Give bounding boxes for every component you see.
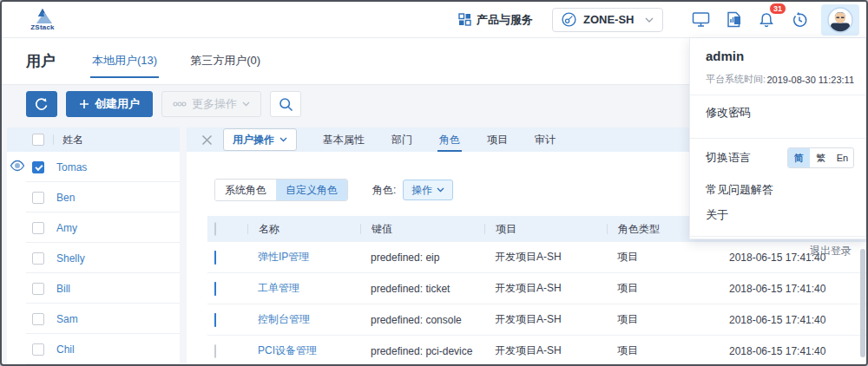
role-row[interactable]: PCI设备管理 predefined: pci-device 开发项目A-SH … xyxy=(207,336,866,364)
role-project: 开发项目A-SH xyxy=(484,343,607,358)
role-name-link[interactable]: 控制台管理 xyxy=(247,312,360,327)
chevron-down-icon xyxy=(645,17,654,23)
change-password-item[interactable]: 修改密码 xyxy=(690,95,865,129)
brand-text: ZStack xyxy=(30,24,54,31)
user-row[interactable]: Ben xyxy=(7,182,180,212)
faq-item[interactable]: 常见问题解答 xyxy=(690,177,865,202)
console-button[interactable] xyxy=(686,5,715,35)
logout-button[interactable]: 退出登录 xyxy=(690,237,865,265)
user-row[interactable]: Tomas xyxy=(7,152,180,182)
user-actions-dropdown[interactable]: 用户操作 xyxy=(223,128,297,151)
language-toggle: 简 繁 En xyxy=(787,147,854,168)
zstack-window: ZStack 产品与服务 xyxy=(0,0,868,366)
user-list-header: 姓名 xyxy=(7,127,180,152)
tab-local-users[interactable]: 本地用户(13) xyxy=(90,45,159,78)
search-button[interactable] xyxy=(270,91,301,117)
role-name-link[interactable]: 弹性IP管理 xyxy=(247,250,360,265)
row-divider xyxy=(26,363,180,364)
tab-third-party-users[interactable]: 第三方用户(0) xyxy=(188,45,262,78)
zone-icon xyxy=(562,12,576,27)
more-dots-icon xyxy=(173,101,187,107)
role-date: 2018-06-15 17:41:40 xyxy=(719,314,866,326)
user-name-link[interactable]: Chil xyxy=(56,343,75,356)
role-checkbox[interactable] xyxy=(214,313,216,327)
account-button[interactable] xyxy=(821,4,859,36)
more-actions-button[interactable]: 更多操作 xyxy=(161,91,261,117)
user-name-link[interactable]: Bill xyxy=(56,283,70,295)
role-kind-toggle: 系统角色 自定义角色 xyxy=(214,179,348,201)
user-name-link[interactable]: Tomas xyxy=(56,161,87,173)
products-services-menu[interactable]: 产品与服务 xyxy=(458,12,533,28)
user-checkbox[interactable] xyxy=(32,283,44,295)
role-key: predefined: eip xyxy=(360,252,484,264)
role-type: 项目 xyxy=(607,281,719,296)
user-row[interactable]: Bill xyxy=(7,273,180,304)
language-simplified[interactable]: 简 xyxy=(788,148,810,167)
close-icon[interactable] xyxy=(195,128,218,151)
history-clock-icon xyxy=(791,11,808,29)
create-user-button[interactable]: 创建用户 xyxy=(66,91,153,117)
switch-language-row: 切换语言 简 繁 En xyxy=(690,139,865,177)
role-project: 开发项目A-SH xyxy=(484,312,607,327)
col-header-name: 名称 xyxy=(247,224,360,234)
user-name-link[interactable]: Amy xyxy=(56,222,77,234)
about-item[interactable]: 关于 xyxy=(690,202,865,227)
operation-history-button[interactable] xyxy=(785,5,814,35)
notifications-button[interactable]: 31 xyxy=(752,5,781,35)
zone-selected-value: ZONE-SH xyxy=(583,13,638,26)
role-date: 2018-06-15 17:41:40 xyxy=(719,345,866,357)
role-name-link[interactable]: 工单管理 xyxy=(247,281,360,296)
monitor-icon xyxy=(692,11,710,28)
role-checkbox[interactable] xyxy=(214,251,216,265)
role-type: 项目 xyxy=(607,312,719,327)
user-checkbox[interactable] xyxy=(32,313,44,325)
tab-department[interactable]: 部门 xyxy=(390,127,414,152)
select-all-roles-checkbox[interactable] xyxy=(214,222,216,236)
chevron-down-icon xyxy=(279,137,287,142)
role-name-link[interactable]: PCI设备管理 xyxy=(247,343,360,358)
language-english[interactable]: En xyxy=(832,148,853,167)
col-header-project: 项目 xyxy=(484,224,607,234)
notification-badge: 31 xyxy=(769,3,786,15)
report-button[interactable] xyxy=(719,5,748,35)
user-checkbox[interactable] xyxy=(32,343,44,356)
role-key: predefined: ticket xyxy=(360,283,484,295)
user-row[interactable]: Shelly xyxy=(7,243,180,273)
role-operations-dropdown[interactable]: 操作 xyxy=(403,180,453,200)
role-row[interactable]: 控制台管理 predefined: console 开发项目A-SH 项目 20… xyxy=(207,304,866,336)
report-icon xyxy=(726,11,741,28)
language-traditional[interactable]: 繁 xyxy=(810,148,832,167)
system-time-label: 平台系统时间: xyxy=(706,73,766,86)
role-row[interactable]: 工单管理 predefined: ticket 开发项目A-SH 项目 2018… xyxy=(207,273,866,304)
user-checkbox[interactable] xyxy=(32,161,44,173)
system-roles-segment[interactable]: 系统角色 xyxy=(215,180,276,200)
role-checkbox[interactable] xyxy=(214,282,216,296)
user-row[interactable]: Chil xyxy=(7,334,180,364)
tab-project[interactable]: 项目 xyxy=(485,127,510,152)
user-name-link[interactable]: Ben xyxy=(56,192,75,204)
role-type: 项目 xyxy=(607,343,719,358)
tab-audit[interactable]: 审计 xyxy=(533,127,557,152)
user-name-link[interactable]: Sam xyxy=(56,313,78,325)
user-name-link[interactable]: Shelly xyxy=(56,252,85,265)
detail-tabs: 基本属性 部门 角色 项目 审计 xyxy=(321,127,581,152)
select-all-users-checkbox[interactable] xyxy=(32,134,44,146)
user-checkbox[interactable] xyxy=(32,252,44,265)
custom-roles-segment[interactable]: 自定义角色 xyxy=(276,180,347,200)
user-checkbox[interactable] xyxy=(32,192,44,204)
user-checkbox[interactable] xyxy=(32,222,44,234)
role-checkbox[interactable] xyxy=(214,344,216,358)
zone-selector[interactable]: ZONE-SH xyxy=(552,8,663,32)
zstack-logo[interactable]: ZStack xyxy=(24,9,61,31)
toolbar: 创建用户 更多操作 xyxy=(26,91,301,117)
tab-basic-properties[interactable]: 基本属性 xyxy=(321,127,366,152)
user-row[interactable]: Sam xyxy=(7,304,180,334)
refresh-button[interactable] xyxy=(26,91,57,117)
account-menu: admin 平台系统时间: 2019-08-30 11:23:11 修改密码 切… xyxy=(689,38,866,239)
role-filter-label: 角色: xyxy=(372,183,396,198)
user-row[interactable]: Amy xyxy=(7,212,180,243)
page-title: 用户 xyxy=(26,51,56,71)
role-project: 开发项目A-SH xyxy=(484,250,607,265)
system-time-value: 2019-08-30 11:23:11 xyxy=(766,75,854,85)
tab-role[interactable]: 角色 xyxy=(437,127,462,152)
